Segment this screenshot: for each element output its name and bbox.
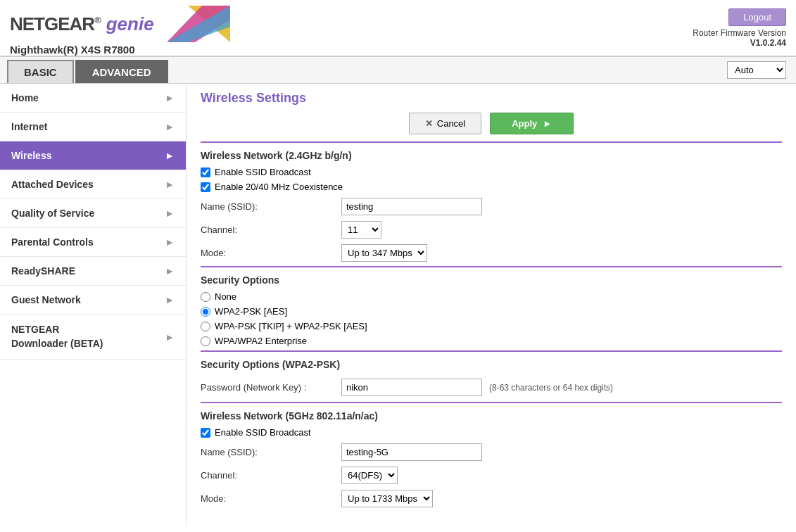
security-none-label: None: [215, 291, 236, 302]
chevron-right-icon: ►: [165, 265, 175, 277]
sidebar-item-home[interactable]: Home ►: [0, 84, 186, 113]
page-title: Wireless Settings: [187, 84, 796, 110]
sidebar: Home ► Internet ► Wireless ► Attached De…: [0, 84, 187, 526]
mode-5ghz-label: Mode:: [201, 493, 341, 504]
sidebar-item-parental-controls[interactable]: Parental Controls ►: [0, 228, 186, 257]
sidebar-item-guest-network[interactable]: Guest Network ►: [0, 286, 186, 315]
section-24ghz: Wireless Network (2.4GHz b/g/n) Enable S…: [201, 141, 782, 262]
chevron-right-icon: ►: [165, 179, 175, 190]
cancel-button[interactable]: ✕ Cancel: [409, 113, 481, 134]
enable-ssid-5ghz-label: Enable SSID Broadcast: [215, 427, 311, 438]
sidebar-item-qos[interactable]: Quality of Service ►: [0, 199, 186, 228]
channel-24ghz-select[interactable]: 11 Auto 123456789101213: [341, 221, 381, 239]
ssid-5ghz-label: Name (SSID):: [201, 447, 341, 457]
chevron-right-icon: ►: [165, 121, 175, 132]
router-name: Nighthawk(R) X4S R7800: [10, 44, 230, 56]
tab-basic[interactable]: BASIC: [7, 60, 74, 83]
channel-5ghz-label: Channel:: [201, 470, 341, 481]
chevron-right-icon: ►: [165, 208, 175, 219]
security-wpa2-label: WPA2-PSK [AES]: [215, 306, 287, 317]
content-area: Wireless Settings ✕ Cancel Apply ► Wirel…: [187, 84, 796, 526]
chevron-right-icon: ►: [165, 331, 175, 343]
chevron-right-icon: ►: [165, 92, 175, 103]
sidebar-item-internet[interactable]: Internet ►: [0, 113, 186, 141]
sidebar-item-wireless[interactable]: Wireless ►: [0, 141, 186, 170]
ssid-5ghz-input[interactable]: [341, 443, 482, 461]
section-wpa2-psk: Security Options (WPA2-PSK) Password (Ne…: [201, 350, 782, 396]
chevron-right-icon: ►: [165, 150, 175, 161]
arrow-right-icon: ►: [543, 118, 552, 129]
enable-ssid-24ghz-label: Enable SSID Broadcast: [215, 167, 311, 177]
channel-5ghz-select[interactable]: 64(DFS) Auto 36404448525660: [341, 467, 398, 484]
enable-coexistence-row: Enable 20/40 MHz Coexistence: [201, 182, 782, 192]
section-5ghz-title: Wireless Network (5GHz 802.11a/n/ac): [201, 410, 782, 422]
logo-netgear: NETGEAR®: [10, 13, 101, 35]
password-input[interactable]: [341, 379, 482, 396]
password-hint: (8-63 characters or 64 hex digits): [489, 383, 613, 393]
apply-button[interactable]: Apply ►: [490, 113, 574, 134]
security-enterprise-label: WPA/WPA2 Enterprise: [215, 336, 307, 346]
mode-24ghz-select[interactable]: Up to 347 Mbps Up to 54 Mbps Up to 145 M…: [341, 244, 427, 262]
channel-24ghz-label: Channel:: [201, 224, 341, 235]
mode-5ghz-select[interactable]: Up to 1733 Mbps Up to 433 Mbps Up to 867…: [341, 490, 433, 507]
section-wpa2-psk-title: Security Options (WPA2-PSK): [201, 359, 782, 370]
logout-button[interactable]: Logout: [728, 8, 786, 26]
section-security: Security Options None WPA2-PSK [AES] WPA…: [201, 266, 782, 346]
ssid-24ghz-label: Name (SSID):: [201, 201, 341, 212]
security-wpa-wpa2-radio[interactable]: [201, 322, 210, 331]
sidebar-item-attached-devices[interactable]: Attached Devices ►: [0, 170, 186, 199]
enable-coexistence-checkbox[interactable]: [201, 182, 210, 192]
sidebar-item-netgear-downloader[interactable]: NETGEARDownloader (BETA) ►: [0, 315, 186, 360]
enable-coexistence-label: Enable 20/40 MHz Coexistence: [215, 182, 343, 192]
mode-24ghz-label: Mode:: [201, 248, 341, 258]
enable-ssid-24ghz-checkbox[interactable]: [201, 167, 210, 177]
logo-genie: genie: [106, 13, 154, 35]
section-24ghz-title: Wireless Network (2.4GHz b/g/n): [201, 150, 782, 161]
chevron-right-icon: ►: [165, 236, 175, 248]
security-wpa-wpa2-label: WPA-PSK [TKIP] + WPA2-PSK [AES]: [215, 321, 367, 331]
security-wpa2-radio[interactable]: [201, 307, 210, 317]
logo-triangle-icon: [167, 6, 230, 42]
enable-ssid-5ghz-checkbox[interactable]: [201, 428, 210, 438]
enable-ssid-24ghz-row: Enable SSID Broadcast: [201, 167, 782, 177]
password-label: Password (Network Key) :: [201, 382, 341, 393]
firmware-info: Router Firmware Version V1.0.2.44: [693, 28, 786, 48]
security-enterprise-radio[interactable]: [201, 336, 210, 346]
language-select[interactable]: Auto English Español Français Deutsch: [727, 61, 786, 79]
section-security-title: Security Options: [201, 274, 782, 286]
tab-advanced[interactable]: ADVANCED: [75, 60, 168, 83]
section-5ghz: Wireless Network (5GHz 802.11a/n/ac) Ena…: [201, 402, 782, 507]
sidebar-item-readyshare[interactable]: ReadySHARE ►: [0, 257, 186, 286]
ssid-24ghz-input[interactable]: [341, 198, 482, 215]
security-none-radio[interactable]: [201, 292, 210, 302]
chevron-right-icon: ►: [165, 294, 175, 305]
x-icon: ✕: [425, 118, 433, 129]
